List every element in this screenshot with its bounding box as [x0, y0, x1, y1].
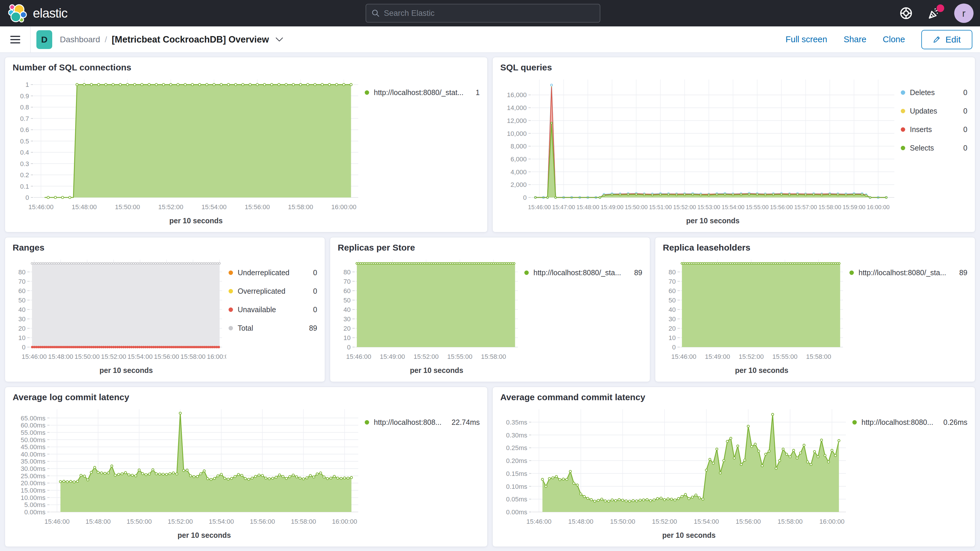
- search-input[interactable]: [384, 9, 595, 18]
- brand[interactable]: elastic: [0, 3, 123, 23]
- legend-item[interactable]: http://localhost:8080/_stat...1: [365, 88, 480, 97]
- legend-label: Deletes: [910, 88, 935, 97]
- svg-text:0.00ms: 0.00ms: [506, 508, 527, 516]
- legend-swatch: [229, 326, 233, 330]
- svg-text:16:00:00: 16:00:00: [332, 518, 357, 525]
- svg-text:4,000: 4,000: [511, 169, 527, 176]
- svg-text:15:52:00: 15:52:00: [414, 353, 439, 360]
- legend-item[interactable]: Deletes0: [901, 88, 967, 97]
- legend-item[interactable]: http://localhost:8080/_sta...89: [850, 268, 967, 277]
- svg-text:15:55:00: 15:55:00: [746, 204, 769, 210]
- svg-text:15.00ms: 15.00ms: [21, 487, 46, 494]
- svg-text:15:48:00: 15:48:00: [568, 518, 593, 525]
- legend-swatch: [524, 271, 529, 275]
- svg-text:15:58:00: 15:58:00: [180, 353, 206, 360]
- legend-item[interactable]: http://localhost:8080/_sta...89: [524, 268, 642, 277]
- legend-swatch: [229, 289, 233, 293]
- news-icon[interactable]: [926, 5, 942, 21]
- sql-connections-legend: http://localhost:8080/_stat...1: [363, 75, 480, 227]
- svg-text:15:59:00: 15:59:00: [843, 204, 865, 210]
- svg-text:15:46:00: 15:46:00: [528, 204, 551, 210]
- svg-text:20: 20: [19, 325, 25, 332]
- legend-value: 0: [958, 88, 967, 97]
- legend-item[interactable]: Selects0: [901, 144, 967, 152]
- svg-text:15:52:00: 15:52:00: [673, 204, 696, 210]
- legend-item[interactable]: http://localhost:808...22.74ms: [365, 418, 480, 427]
- legend-label: http://localhost:808...: [374, 418, 442, 427]
- legend-item[interactable]: Inserts0: [901, 125, 967, 134]
- clone-button[interactable]: Clone: [883, 35, 905, 44]
- svg-text:2,000: 2,000: [511, 181, 527, 188]
- svg-text:15:48:00: 15:48:00: [72, 203, 97, 211]
- title-menu-chevron-icon[interactable]: [275, 37, 283, 42]
- svg-text:per 10 seconds: per 10 seconds: [178, 531, 231, 539]
- help-icon[interactable]: [898, 5, 914, 21]
- full-screen-button[interactable]: Full screen: [786, 35, 827, 44]
- ranges-chart[interactable]: 0102030405060708015:46:0015:48:0015:50:0…: [13, 256, 226, 376]
- breadcrumb-dashboard[interactable]: Dashboard: [60, 35, 100, 44]
- legend-label: http://localhost:8080/_stat...: [374, 88, 464, 97]
- hamburger-icon: [10, 35, 20, 44]
- pencil-icon: [933, 35, 941, 44]
- replicas-per-store-chart[interactable]: 0102030405060708015:46:0015:49:0015:52:0…: [338, 256, 522, 376]
- svg-text:0.10ms: 0.10ms: [506, 483, 527, 490]
- svg-text:0.05ms: 0.05ms: [506, 495, 527, 503]
- svg-text:10: 10: [344, 334, 351, 341]
- breadcrumb-separator: /: [105, 35, 107, 44]
- legend-label: Selects: [910, 144, 934, 152]
- edit-button[interactable]: Edit: [921, 30, 972, 49]
- svg-text:10: 10: [19, 334, 25, 341]
- svg-text:15:46:00: 15:46:00: [527, 518, 552, 525]
- svg-text:15:50:00: 15:50:00: [75, 353, 100, 360]
- legend-item[interactable]: http://localhost:8080...0.26ms: [853, 418, 967, 427]
- svg-text:0.35ms: 0.35ms: [506, 419, 527, 426]
- svg-text:50: 50: [19, 297, 25, 304]
- replicas-per-store-legend: http://localhost:8080/_sta...89: [522, 256, 642, 376]
- svg-text:40.00ms: 40.00ms: [21, 451, 46, 458]
- legend-item[interactable]: Total89: [229, 324, 317, 333]
- svg-text:15:46:00: 15:46:00: [45, 518, 70, 525]
- svg-text:15:58:00: 15:58:00: [818, 204, 841, 210]
- command-commit-latency-chart[interactable]: 0.00ms0.05ms0.10ms0.15ms0.20ms0.25ms0.30…: [500, 405, 850, 541]
- menu-button[interactable]: [0, 26, 30, 53]
- sql-queries-chart[interactable]: 02,0004,0006,0008,00010,00012,00014,0001…: [500, 75, 899, 227]
- ranges-legend: Underreplicated0Overreplicated0Unavailab…: [226, 256, 317, 376]
- legend-swatch: [901, 90, 905, 95]
- svg-text:55.00ms: 55.00ms: [21, 429, 46, 436]
- svg-text:0: 0: [523, 194, 527, 201]
- legend-value: 0: [958, 125, 967, 134]
- svg-text:15:54:00: 15:54:00: [209, 518, 234, 525]
- svg-text:15:46:00: 15:46:00: [22, 353, 47, 360]
- svg-text:per 10 seconds: per 10 seconds: [99, 366, 153, 374]
- global-search[interactable]: [366, 4, 600, 22]
- replica-leaseholders-chart[interactable]: 0102030405060708015:46:0015:49:0015:52:0…: [663, 256, 847, 376]
- svg-text:15:49:00: 15:49:00: [380, 353, 405, 360]
- legend-item[interactable]: Underreplicated0: [229, 268, 317, 277]
- svg-text:6,000: 6,000: [511, 156, 527, 163]
- svg-text:40: 40: [19, 306, 25, 313]
- svg-text:20: 20: [669, 325, 676, 332]
- legend-swatch: [901, 109, 905, 113]
- svg-text:15:51:00: 15:51:00: [649, 204, 672, 210]
- svg-text:16,000: 16,000: [507, 91, 527, 99]
- svg-text:15:52:00: 15:52:00: [101, 353, 126, 360]
- user-avatar[interactable]: r: [954, 3, 974, 23]
- legend-swatch: [229, 271, 233, 275]
- svg-text:15:49:00: 15:49:00: [705, 353, 730, 360]
- dashboard-grid: Number of SQL connections 00.10.20.30.40…: [0, 53, 980, 551]
- svg-text:15:58:00: 15:58:00: [481, 353, 506, 360]
- svg-text:per 10 seconds: per 10 seconds: [735, 366, 788, 374]
- log-commit-latency-chart[interactable]: 0.00ms5.00ms10.00ms15.00ms20.00ms25.00ms…: [13, 405, 363, 541]
- svg-text:15:52:00: 15:52:00: [652, 518, 677, 525]
- share-button[interactable]: Share: [843, 35, 866, 44]
- svg-text:60: 60: [19, 287, 25, 295]
- legend-item[interactable]: Overreplicated0: [229, 287, 317, 295]
- dashboard-app-badge: D: [37, 30, 52, 49]
- svg-text:0.25ms: 0.25ms: [506, 444, 527, 452]
- panel-title: SQL queries: [500, 62, 967, 75]
- sql-connections-chart[interactable]: 00.10.20.30.40.50.60.70.80.9115:46:0015:…: [13, 75, 363, 227]
- legend-item[interactable]: Updates0: [901, 107, 967, 115]
- legend-label: Total: [238, 324, 253, 333]
- legend-item[interactable]: Unavailable0: [229, 306, 317, 314]
- panel-title: Number of SQL connections: [13, 62, 480, 75]
